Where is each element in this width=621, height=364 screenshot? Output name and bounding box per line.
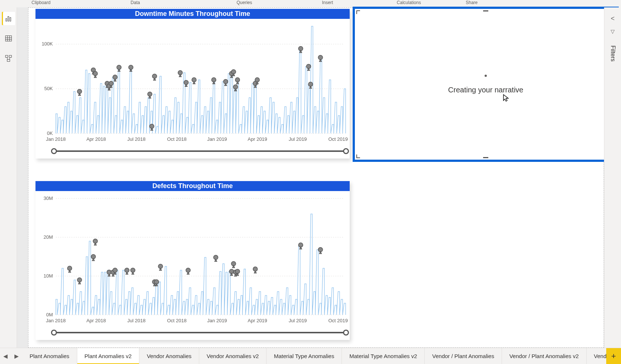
- report-view-icon[interactable]: [2, 12, 15, 25]
- chart-defects-slider[interactable]: [54, 330, 346, 336]
- slider-thumb-left[interactable]: [51, 148, 57, 154]
- model-view-icon[interactable]: [2, 52, 15, 65]
- svg-rect-0: [6, 18, 7, 21]
- svg-text:Oct 2019: Oct 2019: [328, 136, 348, 142]
- page-tab[interactable]: Material Type Anomalies: [267, 348, 342, 364]
- svg-text:Jul 2018: Jul 2018: [128, 318, 146, 323]
- tab-scroll-next[interactable]: ▶: [11, 353, 22, 360]
- loading-spinner-icon: [485, 75, 487, 77]
- ribbon-group-queries: Queries: [206, 0, 283, 5]
- chart-defects-title: Defects Throughout Time: [35, 181, 350, 191]
- svg-text:Oct 2018: Oct 2018: [167, 136, 187, 142]
- chart-downtime-plot: 0K50K100KJan 2018Apr 2018Jul 2018Oct 201…: [35, 19, 350, 148]
- slider-thumb-right[interactable]: [343, 148, 349, 154]
- chart-downtime[interactable]: Downtime Minutes Throughout Time 0K50K10…: [35, 9, 350, 159]
- svg-text:0K: 0K: [47, 130, 53, 136]
- svg-text:Jul 2018: Jul 2018: [128, 136, 146, 142]
- svg-text:Jul 2019: Jul 2019: [289, 136, 307, 142]
- smart-narrative-visual[interactable]: Creating your narrative: [353, 7, 619, 162]
- page-tab-strip: ◀ ▶ Plant AnomaliesPlant Anomalies v2Ven…: [0, 348, 621, 364]
- svg-text:Apr 2018: Apr 2018: [86, 136, 106, 142]
- chart-downtime-title: Downtime Minutes Throughout Time: [35, 9, 350, 19]
- svg-text:50K: 50K: [44, 86, 53, 91]
- svg-text:0M: 0M: [46, 312, 53, 317]
- ribbon-group-labels: Clipboard Data Queries Insert Calculatio…: [0, 0, 621, 7]
- svg-line-12: [9, 57, 10, 59]
- view-switcher: [0, 7, 17, 348]
- svg-rect-1: [8, 17, 9, 21]
- slider-thumb-left[interactable]: [51, 330, 57, 336]
- svg-text:Apr 2018: Apr 2018: [86, 318, 106, 323]
- filters-pane-collapsed[interactable]: < ▽ Filters: [604, 7, 621, 348]
- chart-downtime-slider[interactable]: [54, 148, 346, 154]
- svg-text:Apr 2019: Apr 2019: [248, 136, 267, 142]
- svg-text:Oct 2019: Oct 2019: [328, 318, 348, 323]
- svg-text:Jan 2019: Jan 2019: [207, 318, 227, 323]
- filters-label: Filters: [610, 45, 616, 62]
- page-tab[interactable]: Vendor / Plant Ano: [587, 348, 606, 364]
- data-view-icon[interactable]: [2, 32, 15, 45]
- cursor-icon: [503, 94, 509, 104]
- report-canvas[interactable]: Downtime Minutes Throughout Time 0K50K10…: [17, 7, 604, 348]
- expand-pane-icon[interactable]: <: [611, 15, 615, 23]
- page-tab[interactable]: Vendor / Plant Anomalies v2: [502, 348, 587, 364]
- page-tab[interactable]: Plant Anomalies v2: [77, 348, 140, 364]
- page-tab[interactable]: Material Type Anomalies v2: [342, 348, 425, 364]
- svg-line-11: [7, 57, 8, 59]
- page-tab[interactable]: Vendor Anomalies v2: [199, 348, 267, 364]
- ribbon-group-share: Share: [446, 0, 498, 5]
- svg-text:10M: 10M: [44, 273, 53, 279]
- slider-thumb-right[interactable]: [343, 330, 349, 336]
- svg-text:Apr 2019: Apr 2019: [248, 318, 267, 323]
- svg-rect-9: [9, 55, 11, 58]
- svg-rect-2: [10, 17, 11, 21]
- svg-text:Jan 2019: Jan 2019: [207, 136, 227, 142]
- svg-rect-8: [5, 55, 7, 58]
- page-tab[interactable]: Plant Anomalies: [22, 348, 77, 364]
- svg-text:Jan 2018: Jan 2018: [46, 136, 66, 142]
- page-tab[interactable]: Vendor Anomalies: [139, 348, 199, 364]
- narrative-status-text: Creating your narrative: [448, 86, 523, 94]
- chart-defects-plot: 0M10M20M30MJan 2018Apr 2018Jul 2018Oct 2…: [35, 191, 350, 330]
- svg-text:Oct 2018: Oct 2018: [167, 318, 187, 323]
- ribbon-group-calculations: Calculations: [372, 0, 446, 5]
- svg-text:Jan 2018: Jan 2018: [46, 318, 66, 323]
- chart-defects[interactable]: Defects Throughout Time 0M10M20M30MJan 2…: [35, 181, 350, 340]
- svg-text:20M: 20M: [44, 234, 53, 240]
- tab-scroll-prev[interactable]: ◀: [0, 353, 11, 360]
- ribbon-group-clipboard: Clipboard: [17, 0, 65, 5]
- svg-text:30M: 30M: [44, 195, 53, 201]
- ribbon-group-insert: Insert: [283, 0, 372, 5]
- svg-text:Jul 2019: Jul 2019: [289, 318, 307, 323]
- svg-rect-10: [7, 59, 10, 62]
- svg-rect-3: [5, 36, 11, 41]
- svg-text:100K: 100K: [42, 41, 53, 47]
- add-page-button[interactable]: +: [606, 348, 621, 364]
- filter-funnel-icon: ▽: [611, 28, 615, 34]
- page-tab[interactable]: Vendor / Plant Anomalies: [425, 348, 502, 364]
- ribbon-group-data: Data: [65, 0, 206, 5]
